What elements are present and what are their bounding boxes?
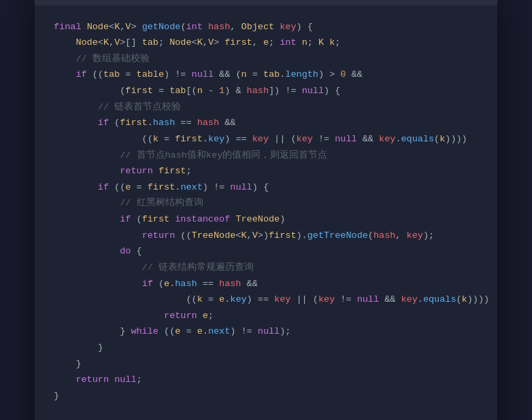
code-line-9: // 首节点hash值和key的值相同，则返回首节点 — [54, 147, 478, 164]
code-line-10: return first; — [54, 163, 478, 179]
code-line-22: } — [54, 356, 478, 372]
code-line-13: if (first instanceof TreeNode) — [54, 211, 478, 228]
code-line-12: // 红黑树结构查询 — [54, 195, 478, 211]
title-bar — [35, 0, 497, 5]
code-line-21: } — [54, 340, 478, 356]
code-line-1: final Node<K,V> getNode(int hash, Object… — [54, 19, 478, 35]
code-line-15: do { — [54, 243, 478, 260]
code-editor: final Node<K,V> getNode(int hash, Object… — [35, 5, 497, 421]
code-line-24: } — [54, 388, 478, 404]
code-line-16: // 链表结构常规遍历查询 — [54, 260, 478, 276]
code-line-8: ((k = first.key) == key || (key != null … — [54, 131, 478, 147]
code-line-2: Node<K,V>[] tab; Node<K,V> first, e; int… — [54, 35, 478, 51]
code-line-18: ((k = e.key) == key || (key != null && k… — [54, 292, 478, 308]
code-line-14: return ((TreeNode<K,V>)first).getTreeNod… — [54, 228, 478, 244]
code-line-11: if ((e = first.next) != null) { — [54, 179, 478, 196]
code-line-23: return null; — [54, 372, 478, 388]
code-line-17: if (e.hash == hash && — [54, 276, 478, 292]
code-window: final Node<K,V> getNode(int hash, Object… — [35, 0, 497, 420]
code-line-20: } while ((e = e.next) != null); — [54, 323, 478, 340]
code-line-6: // 链表首节点校验 — [54, 99, 478, 116]
code-line-3: // 数组基础校验 — [54, 51, 478, 67]
code-line-4: if ((tab = table) != null && (n = tab.le… — [54, 67, 478, 83]
code-line-19: return e; — [54, 308, 478, 324]
code-line-5: (first = tab[(n - 1) & hash]) != null) { — [54, 83, 478, 99]
code-line-7: if (first.hash == hash && — [54, 115, 478, 131]
